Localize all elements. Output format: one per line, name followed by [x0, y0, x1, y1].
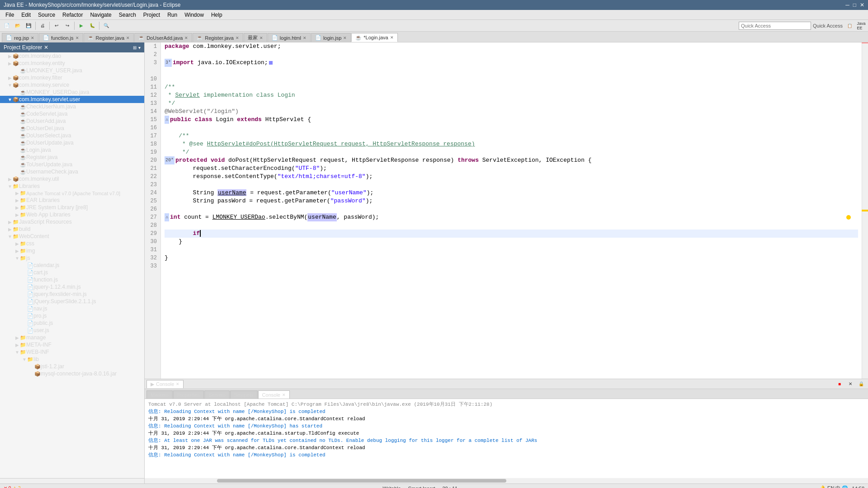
tree-item-monkey-userdao[interactable]: ☕ MONKEY_USERDao.java	[0, 89, 144, 96]
tree-item-ear[interactable]: ▶ 📁 EAR Libraries	[0, 197, 144, 204]
tree-item-calendar[interactable]: 📄 calendar.js	[0, 262, 144, 269]
undo-btn[interactable]: ↩	[52, 21, 61, 30]
tree-item-lib[interactable]: ▼ 📁 lib	[0, 356, 144, 363]
tree-item-service[interactable]: ▼ 📦 com.lmonkey.service	[0, 81, 144, 89]
tab-close[interactable]: ✕	[236, 36, 239, 40]
tab-function-js[interactable]: 📄 function.js ✕	[39, 33, 83, 42]
tab-close[interactable]: ✕	[126, 36, 130, 40]
tab-login-jsp[interactable]: 📄 login.jsp ✕	[311, 33, 351, 42]
tree-item-lmonkey-user[interactable]: ☕ LMONKEY_USER.java	[0, 67, 144, 74]
tree-item-cart[interactable]: 📄 cart.js	[0, 269, 144, 276]
open-btn[interactable]: 📂	[13, 21, 23, 30]
tree-item-douserselect[interactable]: ☕ DoUserSelect.java	[0, 132, 144, 139]
tree-item-manage[interactable]: ▶ 📁 manage	[0, 334, 144, 341]
tree-item-util[interactable]: ▶ 📦 com.lmonkey.util	[0, 175, 144, 183]
menu-project[interactable]: Project	[140, 11, 164, 19]
tree-item-douserAdd2[interactable]: ☕ DoUserAdd.java	[0, 117, 144, 125]
tree-item-douserdel[interactable]: ☕ DoUserDel.java	[0, 125, 144, 132]
run-btn[interactable]: ▶	[76, 21, 86, 30]
menu-edit[interactable]: Edit	[18, 11, 34, 19]
print-btn[interactable]: 🖨	[38, 21, 47, 30]
menu-run[interactable]: Run	[164, 11, 181, 19]
sidebar-collapse-btn[interactable]: ⊞	[133, 45, 137, 50]
scrollbar-thumb-h[interactable]	[217, 479, 506, 483]
menu-window[interactable]: Window	[181, 11, 208, 19]
tree-item-jstl[interactable]: 📦 jstl-1.2.jar	[0, 363, 144, 370]
tab-register-java-1[interactable]: ☕ Register.java ✕	[84, 33, 134, 42]
tree-item-meta-inf[interactable]: ▶ 📁 META-INF	[0, 341, 144, 348]
console-scroll-lock[interactable]: 🔒	[856, 380, 866, 389]
tree-item-function-js[interactable]: 📄 function.js	[0, 276, 144, 283]
tree-item-entity[interactable]: ▶ 📦 com.lmonkey.entity	[0, 60, 144, 67]
tab-reg-jsp[interactable]: 📄 reg.jsp ✕	[2, 33, 38, 42]
tree-item-mysql[interactable]: 📦 mysql-connector-java-8.0.16.jar	[0, 370, 144, 377]
tab-close-reg-jsp[interactable]: ✕	[31, 36, 34, 40]
tree-item-js-folder[interactable]: ▼ 📁 js	[0, 254, 144, 262]
tree-item-douserUpdate[interactable]: ☕ DoUserUpdate.java	[0, 139, 144, 146]
menu-help[interactable]: Help	[208, 11, 226, 19]
redo-btn[interactable]: ↪	[62, 21, 72, 30]
search-btn[interactable]: 🔍	[101, 21, 111, 30]
tree-item-img[interactable]: ▶ 📁 img	[0, 247, 144, 254]
quick-access-input[interactable]	[739, 22, 811, 30]
tree-item-webapp-libs[interactable]: ▶ 📁 Web App Libraries	[0, 211, 144, 218]
tab-close-login-java[interactable]: ✕	[390, 35, 394, 40]
tab-zuijia[interactable]: 最家 ✕	[244, 33, 267, 42]
tree-item-servlet-user[interactable]: ▼ 📦 com.lmonkey.servlet.user	[0, 96, 144, 103]
tree-item-build[interactable]: ▶ 📁 build	[0, 225, 144, 233]
tree-item-codeservlet[interactable]: ☕ CodeServlet.java	[0, 110, 144, 117]
tab-close[interactable]: ✕	[303, 36, 307, 40]
tree-item-public-js[interactable]: 📄 public.js	[0, 319, 144, 327]
menu-refactor[interactable]: Refactor	[59, 11, 86, 19]
tab-close[interactable]: ✕	[259, 36, 263, 40]
console-stop-btn[interactable]: ■	[835, 380, 844, 389]
tab-login-html[interactable]: 📄 login.html ✕	[268, 33, 311, 42]
tab-console[interactable]: ▶ Console ✕	[146, 380, 184, 388]
java-ee-btn[interactable]: Java EE	[856, 21, 866, 30]
menu-source[interactable]: Source	[34, 11, 59, 19]
tab-douserAdd[interactable]: ☕ DoUserAdd.java ✕	[134, 33, 192, 42]
tree-item-flexslider[interactable]: 📄 jquery.flexslider-min.js	[0, 291, 144, 298]
tab-close-function-js[interactable]: ✕	[75, 36, 79, 40]
horizontal-scrollbar[interactable]	[0, 478, 868, 483]
tab-markers[interactable]: Markers	[146, 390, 173, 399]
tree-item-user-js[interactable]: 📄 user.js	[0, 327, 144, 334]
tree-item-register2[interactable]: ☕ Register.java	[0, 154, 144, 161]
tree-item-dao[interactable]: ▶ 📦 com.lmonkey.dao	[0, 52, 144, 60]
tree-item-jre[interactable]: ▶ 📁 JRE System Library [jre8]	[0, 204, 144, 211]
tree-item-js-resources[interactable]: ▶ 📁 JavaScript Resources	[0, 218, 144, 225]
tree-item-superslide[interactable]: 📄 jQuery.SuperSlide.2.1.1.js	[0, 298, 144, 305]
code-editor[interactable]: 1 2 3 10 11 12 13 14 15 16 17 18 19 20 2…	[145, 42, 868, 379]
tree-item-tomcat[interactable]: ▶ 📁 Apache Tomcat v7.0 [Apache Tomcat v7…	[0, 190, 144, 197]
close-btn[interactable]: ✕	[860, 2, 864, 8]
tab-snippets[interactable]: Snippets	[230, 390, 258, 399]
menu-navigate[interactable]: Navigate	[86, 11, 115, 19]
tab-close[interactable]: ✕	[184, 36, 188, 40]
tree-item-filter[interactable]: ▶ 📦 com.lmonkey.filter	[0, 74, 144, 81]
minimize-btn[interactable]: ─	[845, 2, 849, 8]
perspective-btn[interactable]: 📋	[844, 21, 854, 30]
restore-btn[interactable]: □	[853, 2, 856, 8]
tree-item-web-inf[interactable]: ▼ 📁 WEB-INF	[0, 348, 144, 356]
tab-properties[interactable]: Properties	[173, 390, 204, 399]
tree-item-libraries[interactable]: ▼ 📁 Libraries	[0, 183, 144, 190]
tab-register-java-2[interactable]: ☕ Register.java ✕	[193, 33, 243, 42]
tree-item-nav[interactable]: 📄 nav.js	[0, 305, 144, 312]
tree-item-jquery[interactable]: 📄 jquery-1.12.4.min.js	[0, 283, 144, 291]
console-tab-close[interactable]: ✕	[176, 382, 179, 386]
tree-item-checkusernum[interactable]: ☕ CheckUserNum.java	[0, 103, 144, 110]
save-btn[interactable]: 💾	[24, 21, 33, 30]
tree-item-webcontent[interactable]: ▼ 📁 WebContent	[0, 233, 144, 240]
console-close-icon[interactable]: ✕	[282, 393, 286, 397]
code-content[interactable]: package com.lmonkey.servlet.user; 3*impo…	[161, 42, 862, 379]
menu-search[interactable]: Search	[115, 11, 140, 19]
tab-login-java[interactable]: ☕ *Login.java ✕	[351, 33, 397, 42]
tab-console-bottom[interactable]: Console ✕	[258, 390, 290, 399]
new-btn[interactable]: 📄	[2, 21, 12, 30]
menu-file[interactable]: File	[2, 11, 18, 19]
console-clear-btn[interactable]: ✕	[845, 380, 855, 389]
sidebar-menu-btn[interactable]: ▾	[138, 45, 141, 50]
tab-close[interactable]: ✕	[343, 36, 347, 40]
debug-btn[interactable]: 🐛	[87, 21, 97, 30]
tree-item-usernamecheck[interactable]: ☕ UsernameCheck.java	[0, 168, 144, 175]
